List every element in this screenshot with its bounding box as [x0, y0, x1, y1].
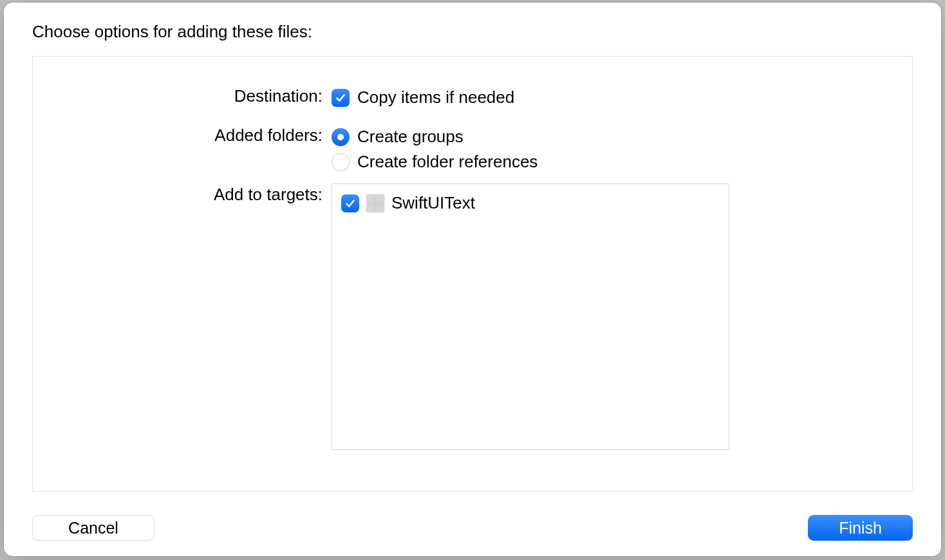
target-name: SwiftUIText: [391, 193, 475, 213]
options-content-box: Destination: Copy items if needed Added …: [32, 56, 913, 492]
destination-label: Destination:: [46, 85, 332, 106]
destination-row: Destination: Copy items if needed: [46, 85, 899, 110]
create-groups-radio-row: Create groups: [332, 124, 899, 149]
create-folder-references-radio[interactable]: [332, 153, 350, 171]
add-to-targets-controls: SwiftUIText: [332, 183, 899, 450]
checkmark-icon: [335, 92, 346, 104]
copy-items-checkbox-row: Copy items if needed: [332, 85, 899, 110]
create-groups-radio[interactable]: [332, 128, 350, 146]
add-to-targets-label: Add to targets:: [46, 183, 332, 205]
checkmark-icon: [344, 198, 356, 209]
finish-button[interactable]: Finish: [808, 515, 913, 541]
added-folders-controls: Create groups Create folder references: [332, 124, 899, 174]
add-to-targets-row: Add to targets:: [46, 183, 899, 450]
create-groups-label[interactable]: Create groups: [357, 127, 463, 147]
create-folder-references-radio-row: Create folder references: [332, 149, 899, 174]
targets-list-box[interactable]: SwiftUIText: [332, 183, 729, 450]
added-folders-label: Added folders:: [46, 124, 332, 145]
copy-items-checkbox[interactable]: [332, 89, 350, 107]
destination-controls: Copy items if needed: [332, 85, 899, 110]
dialog-title: Choose options for adding these files:: [32, 22, 913, 42]
add-files-dialog: Choose options for adding these files: D…: [4, 3, 941, 556]
app-blueprint-icon: [366, 194, 385, 213]
target-checkbox[interactable]: [341, 194, 359, 212]
dialog-footer: Cancel Finish: [32, 492, 913, 541]
target-item[interactable]: SwiftUIText: [341, 193, 720, 213]
cancel-button[interactable]: Cancel: [32, 515, 154, 541]
create-folder-references-label[interactable]: Create folder references: [357, 152, 538, 172]
added-folders-row: Added folders: Create groups Create fold…: [46, 124, 899, 174]
copy-items-label[interactable]: Copy items if needed: [357, 88, 514, 107]
